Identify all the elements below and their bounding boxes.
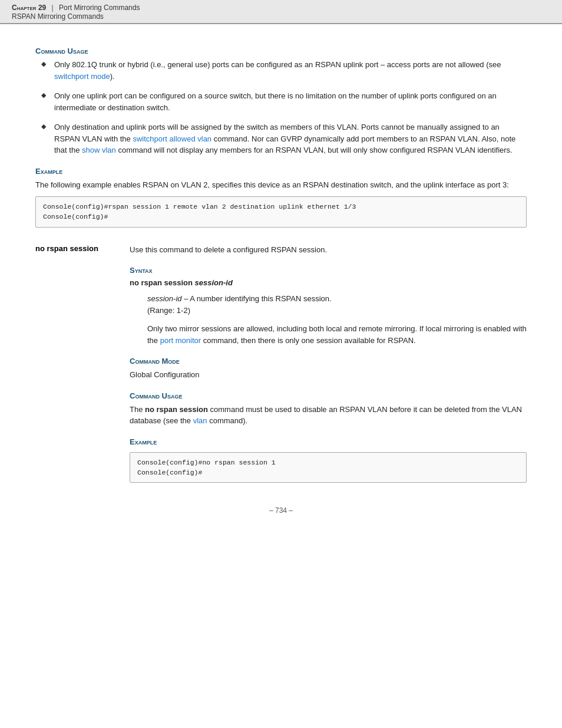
header-separator: | [52, 4, 54, 12]
syntax-heading: Syntax [130, 266, 527, 275]
syntax-param-italic: session-id [195, 278, 233, 287]
bullet1-text-before: Only 802.1Q trunk or hybrid (i.e., gener… [54, 60, 501, 69]
bullet-item-2: Only one uplink port can be configured o… [41, 90, 527, 113]
port-monitor-link[interactable]: port monitor [160, 336, 201, 345]
syntax-command-line: no rspan session session-id [130, 278, 527, 287]
example-description1: The following example enables RSPAN on V… [35, 179, 527, 191]
cmd-usage-text-before: The [130, 405, 145, 414]
bullet-item-3: Only destination and uplink ports will b… [41, 121, 527, 156]
command-mode-text: Global Configuration [130, 369, 527, 381]
command-entry-no-rspan-session: no rspan session Use this command to del… [35, 244, 527, 256]
show-vlan-link[interactable]: show vlan [82, 146, 116, 154]
command-usage-block2: Command Usage The no rspan session comma… [130, 391, 527, 427]
header-bar: Chapter 29 | Port Mirroring Commands RSP… [0, 0, 562, 24]
param-block: session-id – A number identifying this R… [147, 293, 527, 316]
example-heading2: Example [130, 437, 527, 446]
page-number: – 734 – [35, 506, 527, 515]
command-usage-heading1: Command Usage [35, 47, 527, 55]
param-text1: – A number identifying this RSPAN sessio… [182, 294, 332, 303]
example-heading1: Example [35, 167, 527, 176]
main-content: Command Usage Only 802.1Q trunk or hybri… [0, 24, 562, 538]
switchport-allowed-vlan-link[interactable]: switchport allowed vlan [133, 134, 211, 143]
command-desc-no-rspan-session: Use this command to delete a configured … [130, 244, 527, 256]
command-usage-para: The no rspan session command must be use… [130, 404, 527, 427]
command-mode-block: Command Mode Global Configuration [130, 357, 527, 381]
command-mode-heading: Command Mode [130, 357, 527, 365]
chapter-title: Port Mirroring Commands [59, 4, 140, 12]
param-usage-text-after: command, then there is only one session … [201, 336, 416, 345]
syntax-block-no-rspan: Syntax no rspan session session-id sessi… [130, 266, 527, 483]
command-name-no-rspan-session: no rspan session [35, 244, 130, 253]
param-range-line: (Range: 1-2) [147, 305, 527, 317]
code-box-1: Console(config)#rspan session 1 remote v… [35, 196, 527, 228]
chapter-line: Chapter 29 | Port Mirroring Commands [12, 4, 550, 12]
code-box-2: Console(config)#no rspan session 1 Conso… [130, 452, 527, 483]
param-name: session-id [147, 294, 182, 303]
bullet2-text: Only one uplink port can be configured o… [54, 91, 497, 112]
example-block2: Example Console(config)#no rspan session… [130, 437, 527, 483]
chapter-label: Chapter 29 [12, 4, 46, 12]
cmd-usage-text-end: command). [207, 416, 248, 425]
cmd-usage-bold: no rspan session [145, 405, 208, 414]
param-usage-block: Only two mirror sessions are allowed, in… [147, 323, 527, 346]
switchport-mode-link[interactable]: switchport mode [54, 72, 110, 81]
command-usage-section1: Command Usage Only 802.1Q trunk or hybri… [35, 47, 527, 156]
bullet-list: Only 802.1Q trunk or hybrid (i.e., gener… [35, 59, 527, 156]
vlan-link[interactable]: vlan [193, 416, 207, 425]
sub-title: RSPAN Mirroring Commands [12, 12, 550, 21]
example-section1: Example The following example enables RS… [35, 167, 527, 228]
param-session-id-line: session-id – A number identifying this R… [147, 293, 527, 305]
bullet3-text-after: command will not display any members for… [116, 146, 513, 154]
command-usage-heading2: Command Usage [130, 391, 527, 400]
bullet1-text-after: ). [110, 72, 115, 81]
bullet-item-1: Only 802.1Q trunk or hybrid (i.e., gener… [41, 59, 527, 82]
syntax-command-bold: no rspan session [130, 278, 193, 287]
